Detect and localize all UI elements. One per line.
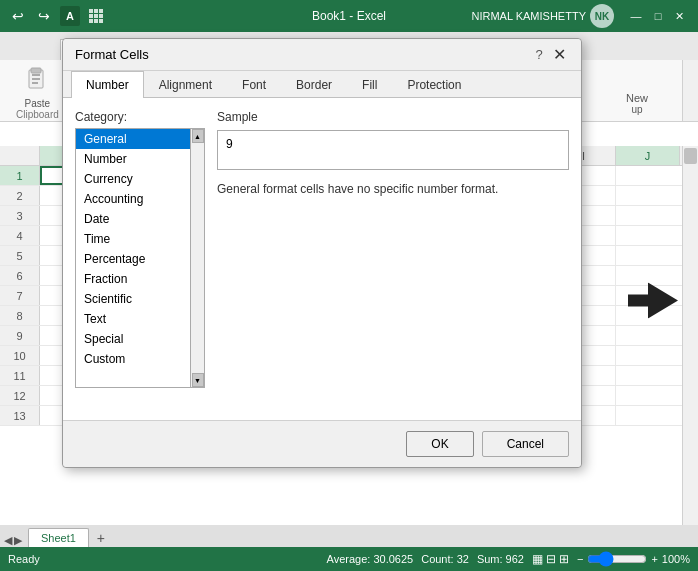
row-header-8[interactable]: 8 [0,306,40,325]
svg-rect-11 [32,74,40,76]
tab-protection[interactable]: Protection [392,71,476,98]
row-header-5[interactable]: 5 [0,246,40,265]
sheet-nav: ◀ ▶ [4,534,22,547]
dialog-body: Category: General Number Currency Accoun… [63,98,581,420]
ok-button[interactable]: OK [406,431,473,457]
tab-border[interactable]: Border [281,71,347,98]
page-layout-icon[interactable]: ⊟ [546,552,556,566]
scroll-up-button[interactable]: ▲ [192,129,204,143]
new-label[interactable]: New [626,92,648,104]
category-list-inner: General Number Currency Accounting Date … [76,129,190,387]
undo-button[interactable]: ↩ [8,6,28,26]
svg-rect-12 [32,78,40,80]
row-header-3[interactable]: 3 [0,206,40,225]
row-header-11[interactable]: 11 [0,366,40,385]
zoom-slider[interactable]: − + 100% [577,551,690,567]
dialog-title: Format Cells [75,47,529,62]
svg-rect-7 [94,19,98,23]
svg-rect-3 [89,14,93,18]
row-header-6[interactable]: 6 [0,266,40,285]
tab-fill[interactable]: Fill [347,71,392,98]
row-header-9[interactable]: 9 [0,326,40,345]
new-group: New up [626,92,648,115]
redo-button[interactable]: ↪ [34,6,54,26]
vertical-scrollbar[interactable] [682,146,698,525]
tab-number[interactable]: Number [71,71,144,98]
svg-rect-2 [99,9,103,13]
row-header-12[interactable]: 12 [0,386,40,405]
sheet-prev[interactable]: ◀ [4,534,12,547]
minimize-button[interactable]: — [626,7,646,25]
category-panel: Category: General Number Currency Accoun… [75,110,205,408]
user-name: NIRMAL KAMISHETTY [471,10,586,22]
grid-icon[interactable] [86,6,106,26]
category-item-accounting[interactable]: Accounting [76,189,190,209]
preview-panel: Sample 9 General format cells have no sp… [217,110,569,408]
category-item-general[interactable]: General [76,129,190,149]
status-sum: Sum: 962 [477,553,524,565]
dialog-tabs: Number Alignment Font Border Fill Protec… [63,71,581,98]
category-item-special[interactable]: Special [76,329,190,349]
svg-rect-0 [89,9,93,13]
svg-rect-4 [94,14,98,18]
category-item-custom[interactable]: Custom [76,349,190,369]
paste-button[interactable] [19,62,55,98]
sheet-next[interactable]: ▶ [14,534,22,547]
add-sheet-button[interactable]: + [91,529,111,547]
close-button[interactable]: ✕ [670,7,690,25]
category-item-percentage[interactable]: Percentage [76,249,190,269]
view-buttons: ▦ ⊟ ⊞ [532,552,569,566]
row-header-2[interactable]: 2 [0,186,40,205]
arrow-indicator [628,283,678,322]
status-right: Average: 30.0625 Count: 32 Sum: 962 ▦ ⊟ … [327,551,690,567]
corner-cell [0,146,40,165]
row-header-4[interactable]: 4 [0,226,40,245]
zoom-in-icon[interactable]: + [651,553,657,565]
tab-font[interactable]: Font [227,71,281,98]
normal-view-icon[interactable]: ▦ [532,552,543,566]
ribbon-scrollbar[interactable] [682,60,698,121]
tab-alignment[interactable]: Alignment [144,71,227,98]
zoom-out-icon[interactable]: − [577,553,583,565]
scroll-down-button[interactable]: ▼ [192,373,204,387]
category-item-time[interactable]: Time [76,229,190,249]
excel-icon: A [60,6,80,26]
row-header-10[interactable]: 10 [0,346,40,365]
row-header-7[interactable]: 7 [0,286,40,305]
paste-label: Paste [25,98,51,109]
category-list-wrapper: General Number Currency Accounting Date … [75,128,205,388]
dialog-help-button[interactable]: ? [529,45,549,65]
zoom-level: 100% [662,553,690,565]
up-label: up [626,104,648,115]
title-bar-right: NIRMAL KAMISHETTY NK — □ ✕ [463,4,690,28]
category-item-currency[interactable]: Currency [76,169,190,189]
category-item-date[interactable]: Date [76,209,190,229]
category-item-text[interactable]: Text [76,309,190,329]
maximize-button[interactable]: □ [648,7,668,25]
category-label: Category: [75,110,205,124]
cancel-button[interactable]: Cancel [482,431,569,457]
row-header-13[interactable]: 13 [0,406,40,425]
dialog-footer: OK Cancel [63,420,581,467]
col-header-j[interactable]: J [616,146,680,165]
clipboard-group: Paste Clipboard [8,62,68,120]
svg-rect-5 [99,14,103,18]
title-bar-left: ↩ ↪ A [8,6,235,26]
dialog-close-button[interactable]: ✕ [549,45,569,65]
format-cells-dialog: Format Cells ? ✕ Number Alignment Font B… [62,38,582,468]
row-header-1[interactable]: 1 [0,166,40,185]
category-scrollbar[interactable]: ▲ ▼ [190,129,204,387]
category-item-fraction[interactable]: Fraction [76,269,190,289]
svg-rect-10 [31,68,41,73]
category-item-scientific[interactable]: Scientific [76,289,190,309]
sample-label: Sample [217,110,569,124]
sample-value: 9 [226,137,233,151]
zoom-range[interactable] [587,551,647,567]
scrollbar-thumb[interactable] [684,148,697,164]
status-count: Count: 32 [421,553,469,565]
excel-window: ↩ ↪ A Book1 - Excel NIRMAL K [0,0,698,571]
category-item-number[interactable]: Number [76,149,190,169]
page-break-icon[interactable]: ⊞ [559,552,569,566]
sheet-tab-sheet1[interactable]: Sheet1 [28,528,89,547]
window-controls: — □ ✕ [626,7,690,25]
